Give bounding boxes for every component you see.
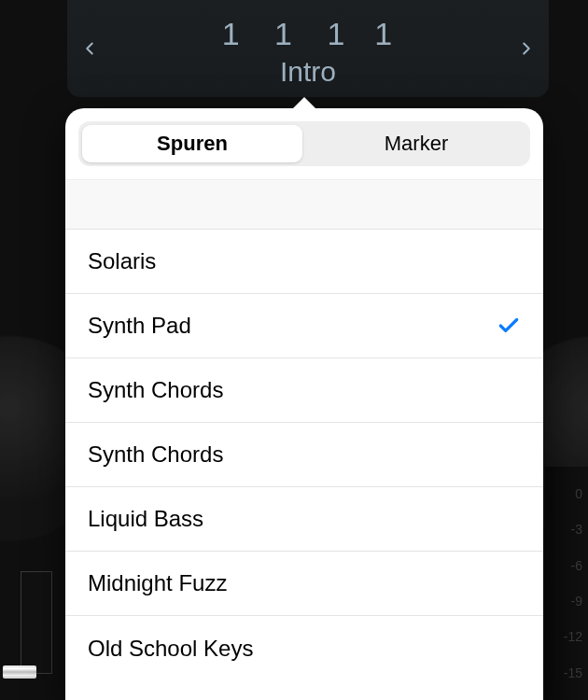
list-header-spacer	[65, 179, 543, 230]
list-item[interactable]: Synth Chords	[65, 423, 543, 487]
list-item-label: Synth Chords	[88, 441, 223, 468]
list-item[interactable]: Solaris	[65, 230, 543, 294]
position-counter: 1 1 1 1	[222, 16, 395, 52]
level-meter: 0 -3 -6 -9 -12 -15	[545, 467, 588, 700]
list-item-label: Liquid Bass	[88, 506, 203, 532]
background-panel	[21, 571, 52, 674]
list-item-label: Old School Keys	[88, 636, 253, 662]
list-item[interactable]: Midnight Fuzz	[65, 552, 543, 616]
section-name: Intro	[280, 56, 336, 88]
list-item[interactable]: Liquid Bass	[65, 487, 543, 552]
segmented-control: Spuren Marker	[78, 121, 530, 166]
chevron-left-icon	[79, 38, 100, 59]
display-center[interactable]: 1 1 1 1 Intro	[105, 10, 511, 88]
chevron-right-icon	[516, 38, 537, 59]
list-item-label: Midnight Fuzz	[88, 570, 227, 596]
prev-button[interactable]	[75, 34, 105, 63]
list-item[interactable]: Old School Keys	[65, 616, 543, 680]
list-item-label: Synth Chords	[88, 377, 223, 403]
tab-markers[interactable]: Marker	[306, 125, 526, 162]
tracks-list: Solaris Synth Pad Synth Chords Synth Cho…	[65, 230, 543, 700]
list-item-label: Synth Pad	[88, 313, 191, 339]
transport-display: 1 1 1 1 Intro	[67, 0, 549, 97]
list-item-label: Solaris	[88, 248, 156, 274]
tab-tracks[interactable]: Spuren	[82, 125, 302, 162]
list-item[interactable]: Synth Chords	[65, 358, 543, 423]
tracks-popover: Spuren Marker Solaris Synth Pad Synth Ch…	[65, 108, 543, 700]
list-item[interactable]: Synth Pad	[65, 294, 543, 358]
next-button[interactable]	[511, 34, 541, 63]
check-icon	[497, 314, 521, 338]
